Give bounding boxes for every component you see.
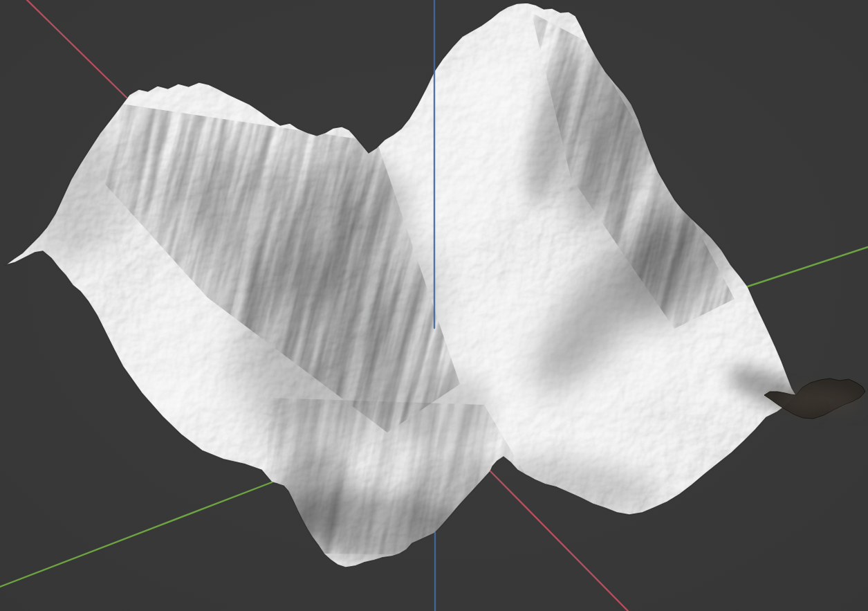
viewport-3d[interactable] (0, 0, 868, 611)
viewport-stage (0, 0, 868, 611)
